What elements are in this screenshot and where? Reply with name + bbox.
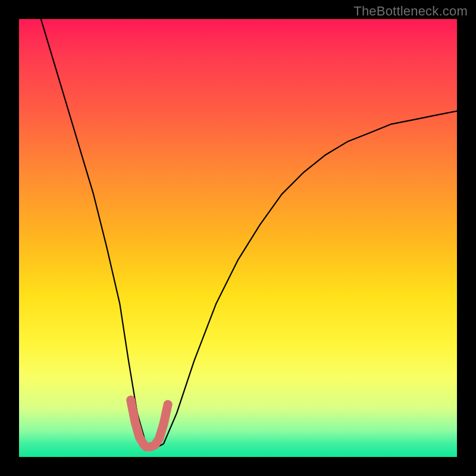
optimal-range-marker: [131, 400, 168, 447]
chart-svg: [19, 19, 457, 457]
chart-frame: TheBottleneck.com: [0, 0, 476, 476]
watermark-text: TheBottleneck.com: [353, 4, 468, 19]
plot-area: [19, 19, 457, 457]
bottleneck-curve: [41, 19, 457, 448]
